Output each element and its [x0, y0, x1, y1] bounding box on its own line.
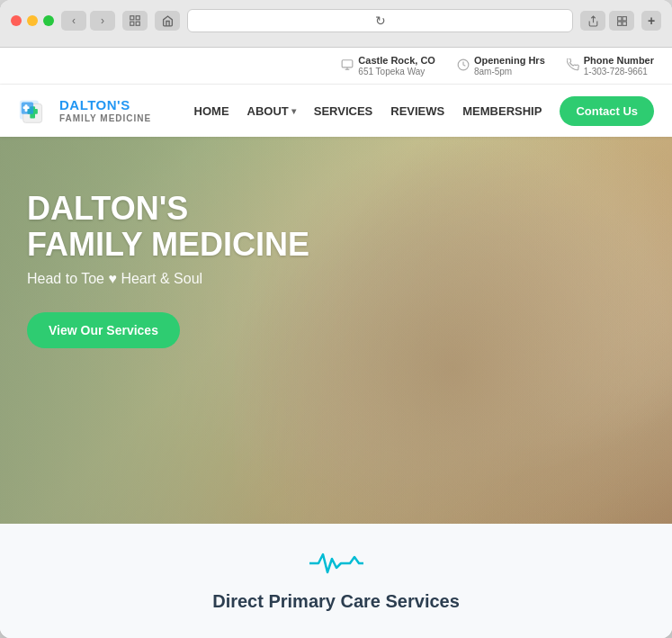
refresh-button[interactable]: ↻ — [368, 11, 393, 31]
svg-rect-1 — [136, 16, 139, 20]
main-navigation: DALTON'S FAMILY MEDICINE HOME ABOUT ▾ SE… — [0, 85, 672, 137]
nav-about[interactable]: ABOUT ▾ — [247, 104, 296, 118]
hero-title: DALTON'S FAMILY MEDICINE — [27, 191, 645, 262]
location-icon — [341, 58, 354, 74]
forward-button[interactable]: › — [90, 11, 115, 31]
section-title: Direct Primary Care Services — [212, 591, 460, 612]
logo-icon — [18, 94, 52, 128]
home-button[interactable] — [155, 11, 180, 31]
svg-rect-5 — [617, 16, 621, 20]
maximize-button[interactable] — [43, 15, 54, 26]
location-text: Castle Rock, CO 651 Topeka Way — [358, 55, 435, 76]
traffic-lights — [11, 15, 54, 26]
nav-membership[interactable]: MEMBERSHIP — [462, 104, 542, 118]
top-info-bar: Castle Rock, CO 651 Topeka Way Openening… — [0, 48, 672, 85]
chevron-down-icon: ▾ — [291, 106, 296, 116]
location-info: Castle Rock, CO 651 Topeka Way — [341, 55, 435, 76]
website-content: Castle Rock, CO 651 Topeka Way Openening… — [0, 48, 672, 638]
svg-rect-3 — [136, 22, 139, 25]
nav-home[interactable]: HOME — [194, 104, 229, 118]
nav-services[interactable]: SERVICES — [314, 104, 373, 118]
phone-icon — [567, 58, 579, 74]
share-button[interactable] — [580, 11, 605, 31]
svg-rect-6 — [623, 16, 626, 20]
svg-rect-7 — [623, 22, 626, 25]
browser-window: ‹ › ↻ — [0, 0, 672, 638]
clock-icon — [457, 58, 470, 74]
nav-links: HOME ABOUT ▾ SERVICES REVIEWS MEMBERSHIP… — [194, 96, 654, 126]
view-services-button[interactable]: View Our Services — [27, 312, 180, 348]
browser-chrome: ‹ › ↻ — [0, 0, 672, 48]
svg-rect-9 — [342, 59, 353, 67]
svg-rect-8 — [617, 22, 621, 25]
logo[interactable]: DALTON'S FAMILY MEDICINE — [18, 94, 151, 128]
hero-content: DALTON'S FAMILY MEDICINE Head to Toe ♥ H… — [0, 137, 672, 384]
svg-rect-2 — [130, 22, 134, 25]
contact-us-button[interactable]: Contact Us — [560, 96, 654, 126]
nav-reviews[interactable]: REVIEWS — [390, 104, 444, 118]
close-button[interactable] — [11, 15, 22, 26]
hero-subtitle: Head to Toe ♥ Heart & Soul — [27, 271, 645, 287]
below-fold-section: Direct Primary Care Services — [0, 524, 672, 638]
svg-rect-0 — [130, 16, 134, 20]
back-button[interactable]: ‹ — [61, 11, 86, 31]
minimize-button[interactable] — [27, 15, 38, 26]
svg-rect-19 — [23, 106, 30, 109]
phone-text: Phone Number 1-303-728-9661 — [584, 55, 654, 76]
new-tab-button[interactable] — [609, 11, 634, 31]
hours-text: Openening Hrs 8am-5pm — [474, 55, 545, 76]
hero-section: DALTON'S FAMILY MEDICINE Head to Toe ♥ H… — [0, 137, 672, 524]
phone-info: Phone Number 1-303-728-9661 — [567, 55, 654, 76]
hours-info: Openening Hrs 8am-5pm — [457, 55, 545, 76]
heartbeat-icon — [309, 550, 363, 580]
add-tab-button[interactable]: + — [641, 11, 661, 31]
logo-text: DALTON'S FAMILY MEDICINE — [59, 98, 151, 123]
reader-button[interactable] — [122, 11, 148, 31]
address-bar[interactable]: ↻ — [187, 9, 573, 32]
